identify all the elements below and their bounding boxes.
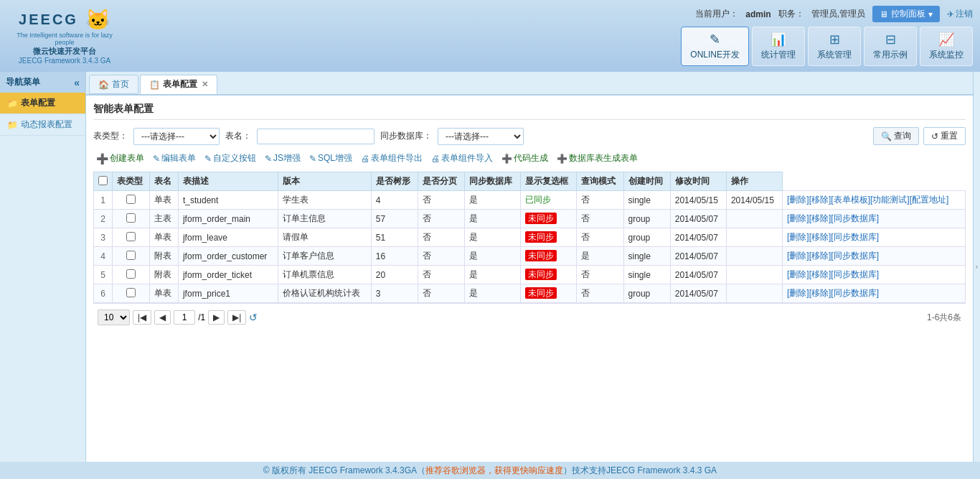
action-link[interactable]: [移除] <box>809 195 831 205</box>
nav-btn-examples[interactable]: ⊟ 常用示例 <box>864 27 917 66</box>
col-create-time: 创建时间 <box>623 172 670 191</box>
custom-btn-button[interactable]: ✎ 自定义按钮 <box>202 151 259 166</box>
cell-tree: 否 <box>418 266 464 284</box>
row-checkbox[interactable] <box>126 232 136 241</box>
cell-tree: 否 <box>418 228 464 247</box>
action-link[interactable]: [删除] <box>787 195 809 205</box>
sync-select[interactable]: ---请选择--- <box>438 128 524 145</box>
nav-btn-stats[interactable]: 📊 统计管理 <box>752 27 805 66</box>
action-link[interactable]: [同步数据库] <box>831 269 879 279</box>
page-size-select[interactable]: 10 20 50 <box>98 310 130 325</box>
nav-btn-monitor[interactable]: 📈 系统监控 <box>920 27 973 66</box>
cell-update-time: 2014/05/15 <box>726 191 782 210</box>
plus-icon: ➕ <box>96 153 108 164</box>
action-link[interactable]: [删除] <box>787 269 809 279</box>
cell-create-time: 2014/05/07 <box>670 247 726 266</box>
cell-paged: 是 <box>465 191 521 210</box>
nav-btn-online-dev-label: ONLINE开发 <box>690 49 740 61</box>
tab-form-config-icon: 📋 <box>149 80 160 90</box>
action-link[interactable]: [移除] <box>809 288 831 298</box>
row-checkbox[interactable] <box>126 269 136 279</box>
col-tree: 是否树形 <box>371 172 418 191</box>
next-page-button[interactable]: ▶ <box>208 310 225 325</box>
right-collapse-button[interactable]: › <box>973 72 980 462</box>
sync-status-badge: 未同步 <box>525 287 557 299</box>
row-checkbox[interactable] <box>126 213 136 223</box>
logout-button[interactable]: ✈ 注销 <box>947 8 973 20</box>
action-link[interactable]: [移除] <box>809 213 831 223</box>
action-link[interactable]: [同步数据库] <box>831 251 879 261</box>
action-link[interactable]: [配置地址] <box>910 195 949 205</box>
action-link[interactable]: [删除] <box>787 251 809 261</box>
table-row: 6 单表 jform_price1 价格认证机构统计表 3 否 是 未同步 否 … <box>94 284 966 303</box>
last-page-button[interactable]: ▶| <box>227 310 246 325</box>
row-checkbox[interactable] <box>126 288 136 297</box>
name-input[interactable] <box>257 129 374 144</box>
search-form: 表类型： ---请选择--- 表名： 同步数据库： ---请选择--- 🔍 查询 <box>93 127 966 145</box>
user-label: 当前用户： <box>695 8 738 20</box>
sidebar-collapse-button[interactable]: « <box>74 77 80 88</box>
sql-enhance-button[interactable]: ✎ SQL增强 <box>306 151 355 166</box>
action-link[interactable]: [同步数据库] <box>831 232 879 242</box>
prev-page-button[interactable]: ◀ <box>154 310 171 325</box>
cell-checkbox[interactable] <box>113 284 150 303</box>
action-link[interactable]: [同步数据库] <box>831 213 879 223</box>
edit-form-button[interactable]: ✎ 编辑表单 <box>150 151 199 166</box>
tab-home[interactable]: 🏠 首页 <box>89 75 138 94</box>
action-link[interactable]: [删除] <box>787 213 809 223</box>
cell-version: 16 <box>371 247 418 266</box>
select-all-checkbox[interactable] <box>98 176 108 185</box>
tab-close-button[interactable]: ✕ <box>202 80 208 89</box>
export-widget-button[interactable]: 🖨 表单组件导出 <box>358 151 425 166</box>
cell-desc: 订单主信息 <box>278 210 371 228</box>
nav-btn-system[interactable]: ⊞ 系统管理 <box>808 27 861 66</box>
chart-icon: 📊 <box>771 32 786 47</box>
cell-checkbox[interactable] <box>113 191 150 210</box>
action-link[interactable]: [移除] <box>809 269 831 279</box>
row-checkbox[interactable] <box>126 195 136 204</box>
type-select[interactable]: ---请选择--- <box>133 128 220 145</box>
cell-actions: [删除][移除][同步数据库] <box>783 228 966 247</box>
js-enhance-button[interactable]: ✎ JS增强 <box>262 151 303 166</box>
edit-icon: ✎ <box>710 32 720 47</box>
cell-update-time <box>726 228 782 247</box>
table-row: 1 单表 t_student 学生表 4 否 是 已同步 否 single 20… <box>94 191 966 210</box>
sidebar-item-report-config[interactable]: 📁 动态报表配置 <box>0 114 85 136</box>
cell-checkbox[interactable] <box>113 228 150 247</box>
action-link[interactable]: [表单模板] <box>831 195 870 205</box>
refresh-button[interactable]: ↺ <box>249 312 258 323</box>
row-checkbox[interactable] <box>126 251 136 260</box>
action-link[interactable]: [功能测试] <box>870 195 910 205</box>
footer-link[interactable]: 推荐谷歌浏览器，获得更快响应速度 <box>425 465 563 477</box>
cell-checkbox[interactable] <box>113 210 150 228</box>
create-form-button[interactable]: ➕ 创建表单 <box>93 151 147 166</box>
import-widget-button[interactable]: 🖨 表单组件导入 <box>428 151 496 166</box>
first-page-button[interactable]: |◀ <box>133 310 151 325</box>
sidebar-item-form-config-label: 表单配置 <box>21 97 55 109</box>
search-button[interactable]: 🔍 查询 <box>873 127 919 145</box>
control-panel-button[interactable]: 🖥 控制面板 ▾ <box>872 6 940 22</box>
action-link[interactable]: [删除] <box>787 288 809 298</box>
sidebar-item-form-config[interactable]: 📁 表单配置 <box>0 93 85 114</box>
page-number-input[interactable] <box>174 310 195 325</box>
col-type: 表类型 <box>113 172 150 191</box>
tab-form-config[interactable]: 📋 表单配置 ✕ <box>140 75 217 94</box>
logout-label: 注销 <box>956 8 973 20</box>
create-form-label: 创建表单 <box>110 152 144 164</box>
db-create-button[interactable]: ➕ 数据库表生成表单 <box>554 151 641 166</box>
action-link[interactable]: [移除] <box>809 232 831 242</box>
cell-checkbox[interactable] <box>113 247 150 266</box>
cell-checkbox[interactable] <box>113 266 150 284</box>
reset-button[interactable]: ↺ 重置 <box>923 127 966 145</box>
cell-name: jform_order_customer <box>178 247 278 266</box>
cell-actions: [删除][移除][同步数据库] <box>783 266 966 284</box>
logo-tagline: 微云快速开发平台 <box>33 46 96 57</box>
col-update-time: 修改时间 <box>670 172 726 191</box>
nav-btn-online-dev[interactable]: ✎ ONLINE开发 <box>681 27 749 66</box>
action-link[interactable]: [移除] <box>809 251 831 261</box>
name-label: 表名： <box>225 130 251 142</box>
code-gen-button[interactable]: ➕ 代码生成 <box>499 151 551 166</box>
action-link[interactable]: [删除] <box>787 232 809 242</box>
logo-area: JEECG 🐱 The Intelligent software is for … <box>7 8 122 65</box>
action-link[interactable]: [同步数据库] <box>831 288 879 298</box>
